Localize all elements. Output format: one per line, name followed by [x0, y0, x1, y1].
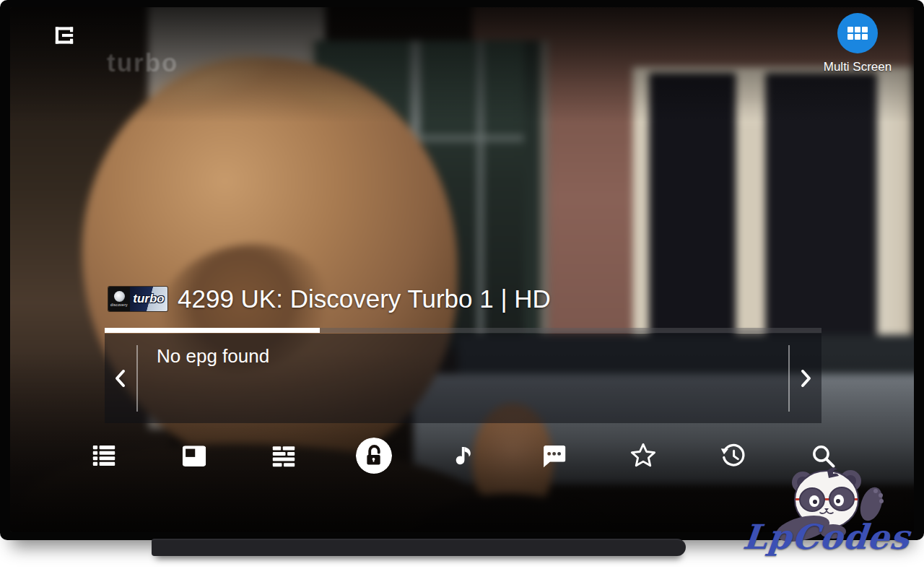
epg-bar[interactable]: No epg found — [105, 334, 821, 423]
unlock-icon[interactable] — [355, 437, 393, 474]
lpcodes-text: LpCodes — [735, 520, 919, 554]
program-progress-fill — [105, 328, 320, 333]
page: turbo — [0, 0, 924, 569]
audio-track-icon[interactable] — [445, 437, 482, 474]
channel-list-icon[interactable] — [85, 437, 123, 474]
grid-multiscreen-icon[interactable] — [837, 13, 878, 53]
multi-screen-button[interactable]: Multi Screen — [808, 13, 907, 74]
picture-in-picture-icon[interactable] — [175, 437, 213, 474]
player-toolbar — [85, 437, 842, 474]
multi-epg-icon[interactable] — [265, 437, 302, 474]
multi-screen-label: Multi Screen — [808, 60, 907, 74]
lpcodes-watermark: LpCodes — [736, 462, 917, 554]
tv-stand — [152, 539, 686, 556]
chevron-right-icon[interactable] — [790, 334, 821, 423]
discovery-globe-icon — [114, 291, 125, 302]
epg-message: No epg found — [157, 345, 788, 368]
channel-logo: discovery turbo — [108, 287, 167, 311]
video-surface[interactable]: turbo — [10, 7, 914, 532]
favorites-star-icon[interactable] — [624, 437, 662, 474]
channel-title: 4299 UK: Discovery Turbo 1 | HD — [178, 284, 551, 313]
chevron-left-icon[interactable] — [105, 334, 136, 423]
chat-icon[interactable] — [535, 437, 572, 474]
channel-list-menu-icon[interactable] — [52, 23, 77, 48]
program-progress-bar — [105, 328, 821, 333]
epg-body: No epg found — [138, 334, 788, 423]
channel-info: discovery turbo 4299 UK: Discovery Turbo… — [108, 284, 551, 313]
channel-watermark: turbo — [107, 48, 178, 77]
